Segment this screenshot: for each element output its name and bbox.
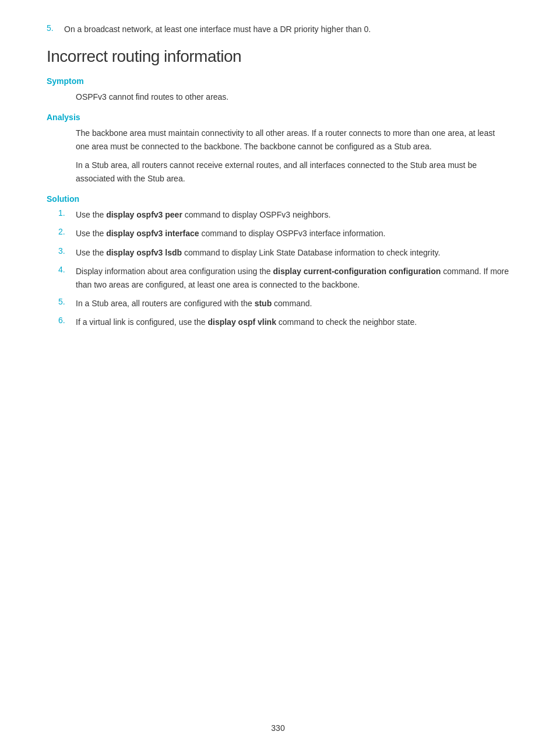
solution-list: 1. Use the display ospfv3 peer command t… xyxy=(58,208,509,329)
symptom-text: OSPFv3 cannot find routes to other areas… xyxy=(76,90,509,103)
solution-item-5-number: 5. xyxy=(58,297,76,306)
solution-item-6: 6. If a virtual link is configured, use … xyxy=(58,316,509,328)
intro-item-5-text: On a broadcast network, at least one int… xyxy=(64,23,371,36)
solution-item-2-text: Use the display ospfv3 interface command… xyxy=(76,227,385,240)
solution-item-4-text: Display information about area configura… xyxy=(76,265,509,291)
solution-item-3-number: 3. xyxy=(58,246,76,256)
intro-item-5: 5. On a broadcast network, at least one … xyxy=(47,23,509,36)
analysis-heading: Analysis xyxy=(47,113,509,122)
solution-item-4-bold: display current-configuration configurat… xyxy=(273,267,441,276)
solution-item-5-text: In a Stub area, all routers are configur… xyxy=(76,297,312,310)
solution-item-5-bold: stub xyxy=(255,299,272,308)
page-number: 330 xyxy=(271,723,284,733)
solution-item-6-number: 6. xyxy=(58,316,76,325)
solution-item-6-text: If a virtual link is configured, use the… xyxy=(76,316,417,328)
page-footer: 330 xyxy=(0,723,556,733)
analysis-para2: In a Stub area, all routers cannot recei… xyxy=(76,159,509,185)
solution-item-5: 5. In a Stub area, all routers are confi… xyxy=(58,297,509,310)
solution-item-4: 4. Display information about area config… xyxy=(58,265,509,291)
solution-item-6-bold: display ospf vlink xyxy=(207,317,276,327)
solution-item-2-number: 2. xyxy=(58,227,76,236)
solution-item-2-bold: display ospfv3 interface xyxy=(106,229,199,238)
solution-item-1-bold: display ospfv3 peer xyxy=(106,210,182,219)
section-title: Incorrect routing information xyxy=(47,47,509,66)
solution-item-4-number: 4. xyxy=(58,265,76,274)
symptom-heading: Symptom xyxy=(47,76,509,86)
analysis-para1: The backbone area must maintain connecti… xyxy=(76,127,509,153)
solution-item-3: 3. Use the display ospfv3 lsdb command t… xyxy=(58,246,509,259)
solution-heading: Solution xyxy=(47,194,509,204)
solution-item-2: 2. Use the display ospfv3 interface comm… xyxy=(58,227,509,240)
solution-item-1-text: Use the display ospfv3 peer command to d… xyxy=(76,208,330,221)
solution-item-3-text: Use the display ospfv3 lsdb command to d… xyxy=(76,246,440,259)
intro-item-5-number: 5. xyxy=(47,23,64,33)
solution-item-1-number: 1. xyxy=(58,208,76,218)
solution-item-3-bold: display ospfv3 lsdb xyxy=(106,248,182,257)
solution-item-1: 1. Use the display ospfv3 peer command t… xyxy=(58,208,509,221)
